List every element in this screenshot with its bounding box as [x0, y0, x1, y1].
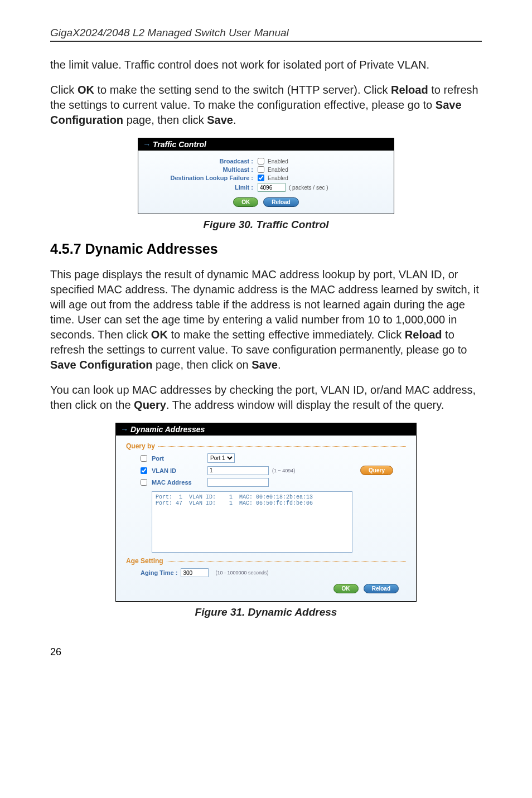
broadcast-label: Broadcast :	[146, 158, 258, 165]
ok-button[interactable]: OK	[333, 584, 359, 593]
aging-label: Aging Time :	[141, 569, 177, 576]
age-setting-text: Age Setting	[126, 557, 163, 565]
limit-unit: ( packets / sec )	[289, 185, 328, 191]
text: to make the setting effective immediatel…	[168, 328, 405, 341]
result-listbox[interactable]: Port: 1 VLAN ID: 1 MAC: 00:e0:18:2b:ea:1…	[152, 491, 352, 553]
query-by-legend: Query by	[126, 442, 406, 450]
da-title-text: Dynamic Addresses	[130, 425, 205, 434]
traffic-control-panel: →Traffic Control Broadcast : Enabled Mul…	[138, 138, 394, 214]
bold-ok: OK	[151, 328, 168, 341]
tc-button-row: OK Reload	[146, 197, 386, 207]
tc-title-text: Traffic Control	[153, 140, 206, 149]
limit-label: Limit :	[146, 184, 258, 191]
tc-row-limit: Limit : ( packets / sec )	[146, 183, 386, 192]
broadcast-checkbox[interactable]	[258, 158, 264, 165]
bold-reload: Reload	[405, 328, 442, 341]
query-by-text: Query by	[126, 442, 155, 450]
dynamic-addresses-panel: →Dynamic Addresses Query by Port Port 1 …	[115, 423, 417, 602]
query-row-vlan: VLAN ID (1 ~ 4094) Query	[141, 466, 406, 475]
mac-checkbox[interactable]	[141, 479, 147, 486]
vlan-checkbox[interactable]	[141, 467, 147, 474]
figure-30-caption: Figure 30. Traffic Control	[50, 219, 482, 231]
query-row-mac: MAC Address	[141, 478, 406, 487]
reload-button[interactable]: Reload	[263, 197, 298, 207]
enabled-text: Enabled	[268, 175, 288, 181]
traffic-control-body: Broadcast : Enabled Multicast : Enabled …	[138, 151, 394, 214]
query-row-port: Port Port 1	[141, 453, 406, 463]
tc-row-broadcast: Broadcast : Enabled	[146, 158, 386, 165]
da-button-row: OK Reload	[126, 584, 406, 593]
dynamic-addresses-title: →Dynamic Addresses	[116, 423, 416, 436]
text: page, then click on	[152, 359, 252, 371]
limit-input[interactable]	[258, 183, 286, 192]
figure-31-caption: Figure 31. Dynamic Address	[50, 606, 482, 618]
text: .	[233, 114, 236, 126]
paragraph-query-desc: You can look up MAC addresses by checkin…	[50, 383, 482, 413]
enabled-text: Enabled	[268, 158, 288, 165]
dlf-label: Destination Lookup Failure :	[146, 175, 258, 181]
bold-ok: OK	[78, 84, 94, 96]
enabled-text: Enabled	[268, 167, 288, 173]
vlan-range: (1 ~ 4094)	[272, 468, 295, 473]
mac-input[interactable]	[207, 478, 269, 487]
traffic-control-title: →Traffic Control	[138, 138, 394, 151]
port-label: Port	[152, 455, 207, 462]
arrow-icon: →	[120, 425, 128, 434]
legend-dots	[158, 446, 406, 447]
bold-save-config: Save Configuration	[50, 359, 152, 371]
port-select[interactable]: Port 1	[207, 453, 235, 463]
bold-query: Query	[134, 399, 166, 411]
multicast-checkbox[interactable]	[258, 166, 264, 173]
page-header: GigaX2024/2048 L2 Managed Switch User Ma…	[50, 27, 482, 42]
text: page, then click	[123, 114, 207, 126]
tc-row-multicast: Multicast : Enabled	[146, 166, 386, 173]
text: . The address window will display the re…	[166, 399, 444, 411]
bold-save: Save	[207, 114, 233, 126]
aging-range: (10 - 1000000 seconds)	[215, 570, 268, 575]
bold-reload: Reload	[391, 84, 428, 96]
page-number: 26	[50, 646, 482, 658]
bold-save: Save	[252, 359, 278, 371]
query-button[interactable]: Query	[360, 466, 393, 475]
text: to make the setting send to the switch (…	[94, 84, 391, 96]
legend-dots	[167, 561, 406, 562]
port-checkbox[interactable]	[141, 455, 147, 462]
ok-button[interactable]: OK	[233, 197, 258, 207]
dlf-checkbox[interactable]	[258, 175, 264, 181]
figure-30: →Traffic Control Broadcast : Enabled Mul…	[50, 138, 482, 231]
paragraph-limit: the limit value. Traffic control does no…	[50, 57, 482, 72]
dynamic-addresses-body: Query by Port Port 1 VLAN ID (1 ~ 4094) …	[116, 436, 416, 601]
multicast-label: Multicast :	[146, 166, 258, 173]
figure-31: →Dynamic Addresses Query by Port Port 1 …	[50, 423, 482, 618]
vlan-input[interactable]	[207, 466, 269, 475]
aging-row: Aging Time : (10 - 1000000 seconds)	[141, 568, 406, 577]
arrow-icon: →	[143, 140, 151, 149]
vlan-label: VLAN ID	[152, 467, 207, 474]
paragraph-ok-reload: Click OK to make the setting send to the…	[50, 83, 482, 128]
text: .	[278, 359, 281, 371]
section-heading-dynamic-addresses: 4.5.7 Dynamic Addresses	[50, 241, 482, 257]
text: Click	[50, 84, 78, 96]
tc-row-dlf: Destination Lookup Failure : Enabled	[146, 175, 386, 181]
mac-label: MAC Address	[152, 479, 207, 486]
aging-input[interactable]	[181, 568, 209, 577]
paragraph-dynamic-desc: This page displays the result of dynamic…	[50, 267, 482, 373]
age-setting-legend: Age Setting	[126, 557, 406, 565]
reload-button[interactable]: Reload	[364, 584, 399, 593]
